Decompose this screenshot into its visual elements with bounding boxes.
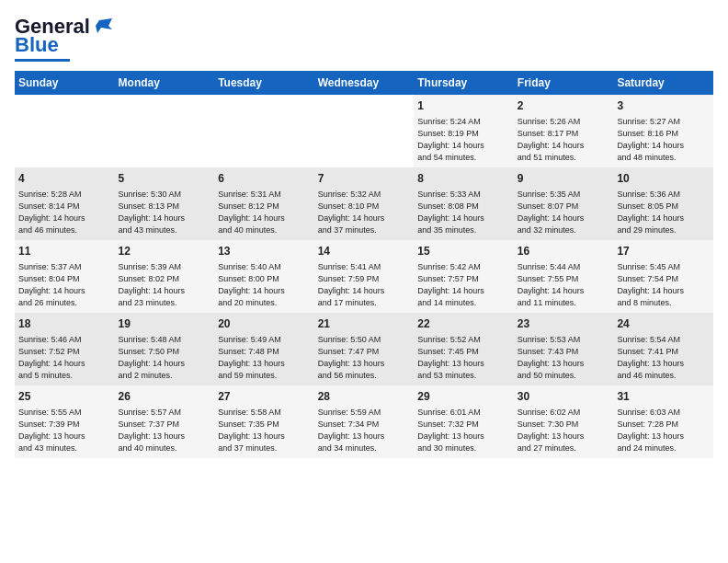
day-info: Sunrise: 6:01 AM Sunset: 7:32 PM Dayligh…	[417, 407, 510, 454]
header-tuesday: Tuesday	[214, 71, 314, 95]
day-number: 3	[617, 98, 710, 114]
page-header: General Blue	[15, 15, 713, 62]
day-number: 26	[119, 389, 211, 405]
calendar-cell: 22Sunrise: 5:52 AM Sunset: 7:45 PM Dayli…	[414, 313, 514, 385]
calendar-cell	[115, 95, 215, 167]
logo-bird-icon	[92, 17, 112, 37]
header-wednesday: Wednesday	[314, 71, 415, 95]
day-number: 27	[218, 389, 311, 405]
calendar-week-row: 1Sunrise: 5:24 AM Sunset: 8:19 PM Daylig…	[15, 95, 713, 167]
day-number: 22	[417, 316, 510, 332]
day-number: 18	[18, 316, 111, 332]
calendar-cell: 5Sunrise: 5:30 AM Sunset: 8:13 PM Daylig…	[115, 167, 215, 240]
calendar-week-row: 18Sunrise: 5:46 AM Sunset: 7:52 PM Dayli…	[15, 313, 713, 385]
calendar-cell	[214, 95, 314, 167]
day-info: Sunrise: 5:33 AM Sunset: 8:08 PM Dayligh…	[417, 189, 510, 236]
day-number: 25	[18, 389, 111, 405]
day-info: Sunrise: 5:54 AM Sunset: 7:41 PM Dayligh…	[617, 334, 710, 382]
day-number: 23	[518, 316, 610, 332]
calendar-cell: 18Sunrise: 5:46 AM Sunset: 7:52 PM Dayli…	[15, 313, 115, 385]
header-sunday: Sunday	[15, 71, 115, 95]
day-info: Sunrise: 5:35 AM Sunset: 8:07 PM Dayligh…	[518, 189, 610, 236]
day-info: Sunrise: 5:26 AM Sunset: 8:17 PM Dayligh…	[518, 116, 610, 164]
day-number: 15	[417, 244, 510, 259]
calendar-cell: 3Sunrise: 5:27 AM Sunset: 8:16 PM Daylig…	[613, 95, 713, 167]
calendar-cell: 21Sunrise: 5:50 AM Sunset: 7:47 PM Dayli…	[314, 313, 415, 385]
calendar-cell: 19Sunrise: 5:48 AM Sunset: 7:50 PM Dayli…	[115, 313, 215, 385]
day-info: Sunrise: 5:40 AM Sunset: 8:00 PM Dayligh…	[218, 261, 311, 309]
calendar-cell: 17Sunrise: 5:45 AM Sunset: 7:54 PM Dayli…	[613, 240, 713, 313]
calendar-cell: 20Sunrise: 5:49 AM Sunset: 7:48 PM Dayli…	[214, 313, 314, 385]
calendar-cell: 29Sunrise: 6:01 AM Sunset: 7:32 PM Dayli…	[414, 385, 514, 458]
calendar-cell: 8Sunrise: 5:33 AM Sunset: 8:08 PM Daylig…	[414, 167, 514, 240]
calendar-cell: 11Sunrise: 5:37 AM Sunset: 8:04 PM Dayli…	[15, 240, 115, 313]
calendar-cell	[15, 95, 115, 167]
day-info: Sunrise: 5:46 AM Sunset: 7:52 PM Dayligh…	[18, 334, 111, 382]
calendar-cell: 16Sunrise: 5:44 AM Sunset: 7:55 PM Dayli…	[514, 240, 614, 313]
day-info: Sunrise: 5:30 AM Sunset: 8:13 PM Dayligh…	[119, 189, 211, 236]
day-info: Sunrise: 5:52 AM Sunset: 7:45 PM Dayligh…	[417, 334, 510, 382]
day-number: 11	[18, 244, 111, 259]
calendar-cell: 30Sunrise: 6:02 AM Sunset: 7:30 PM Dayli…	[514, 385, 614, 458]
header-friday: Friday	[514, 71, 614, 95]
calendar-cell: 24Sunrise: 5:54 AM Sunset: 7:41 PM Dayli…	[613, 313, 713, 385]
svg-marker-0	[96, 18, 112, 33]
day-info: Sunrise: 5:53 AM Sunset: 7:43 PM Dayligh…	[518, 334, 610, 382]
header-monday: Monday	[115, 71, 215, 95]
calendar-cell: 27Sunrise: 5:58 AM Sunset: 7:35 PM Dayli…	[214, 385, 314, 458]
calendar-cell: 6Sunrise: 5:31 AM Sunset: 8:12 PM Daylig…	[214, 167, 314, 240]
day-info: Sunrise: 5:36 AM Sunset: 8:05 PM Dayligh…	[617, 189, 710, 236]
logo-underline	[15, 59, 70, 62]
header-thursday: Thursday	[414, 71, 514, 95]
day-number: 6	[218, 171, 311, 187]
calendar-header-row: SundayMondayTuesdayWednesdayThursdayFrid…	[15, 71, 713, 95]
day-number: 19	[119, 316, 211, 332]
calendar-cell: 26Sunrise: 5:57 AM Sunset: 7:37 PM Dayli…	[115, 385, 215, 458]
day-info: Sunrise: 5:42 AM Sunset: 7:57 PM Dayligh…	[417, 261, 510, 309]
day-info: Sunrise: 5:44 AM Sunset: 7:55 PM Dayligh…	[518, 261, 610, 309]
calendar-week-row: 11Sunrise: 5:37 AM Sunset: 8:04 PM Dayli…	[15, 240, 713, 313]
day-number: 20	[218, 316, 311, 332]
day-info: Sunrise: 5:41 AM Sunset: 7:59 PM Dayligh…	[318, 261, 411, 309]
day-number: 24	[617, 316, 710, 332]
calendar-cell: 1Sunrise: 5:24 AM Sunset: 8:19 PM Daylig…	[414, 95, 514, 167]
day-number: 29	[417, 389, 510, 405]
calendar-cell: 28Sunrise: 5:59 AM Sunset: 7:34 PM Dayli…	[314, 385, 415, 458]
day-number: 12	[119, 244, 211, 259]
day-number: 14	[318, 244, 411, 259]
day-info: Sunrise: 5:55 AM Sunset: 7:39 PM Dayligh…	[18, 407, 111, 454]
calendar-cell: 12Sunrise: 5:39 AM Sunset: 8:02 PM Dayli…	[115, 240, 215, 313]
calendar-cell: 4Sunrise: 5:28 AM Sunset: 8:14 PM Daylig…	[15, 167, 115, 240]
calendar-week-row: 25Sunrise: 5:55 AM Sunset: 7:39 PM Dayli…	[15, 385, 713, 458]
day-number: 13	[218, 244, 311, 259]
day-info: Sunrise: 5:32 AM Sunset: 8:10 PM Dayligh…	[318, 189, 411, 236]
day-info: Sunrise: 5:50 AM Sunset: 7:47 PM Dayligh…	[318, 334, 411, 382]
day-info: Sunrise: 5:45 AM Sunset: 7:54 PM Dayligh…	[617, 261, 710, 309]
day-info: Sunrise: 5:59 AM Sunset: 7:34 PM Dayligh…	[318, 407, 411, 454]
day-info: Sunrise: 6:02 AM Sunset: 7:30 PM Dayligh…	[518, 407, 610, 454]
day-number: 16	[518, 244, 610, 259]
calendar-table: SundayMondayTuesdayWednesdayThursdayFrid…	[15, 71, 713, 458]
calendar-cell	[314, 95, 415, 167]
day-number: 5	[119, 171, 211, 187]
calendar-cell: 15Sunrise: 5:42 AM Sunset: 7:57 PM Dayli…	[414, 240, 514, 313]
day-number: 17	[617, 244, 710, 259]
day-info: Sunrise: 5:31 AM Sunset: 8:12 PM Dayligh…	[218, 189, 311, 236]
calendar-cell: 10Sunrise: 5:36 AM Sunset: 8:05 PM Dayli…	[613, 167, 713, 240]
day-info: Sunrise: 5:37 AM Sunset: 8:04 PM Dayligh…	[18, 261, 111, 309]
calendar-cell: 9Sunrise: 5:35 AM Sunset: 8:07 PM Daylig…	[514, 167, 614, 240]
day-info: Sunrise: 5:49 AM Sunset: 7:48 PM Dayligh…	[218, 334, 311, 382]
calendar-cell: 14Sunrise: 5:41 AM Sunset: 7:59 PM Dayli…	[314, 240, 415, 313]
day-number: 8	[417, 171, 510, 187]
day-info: Sunrise: 5:48 AM Sunset: 7:50 PM Dayligh…	[119, 334, 211, 382]
day-number: 4	[18, 171, 111, 187]
calendar-cell: 7Sunrise: 5:32 AM Sunset: 8:10 PM Daylig…	[314, 167, 415, 240]
day-info: Sunrise: 5:58 AM Sunset: 7:35 PM Dayligh…	[218, 407, 311, 454]
logo-blue: Blue	[15, 33, 59, 57]
day-number: 28	[318, 389, 411, 405]
day-info: Sunrise: 5:57 AM Sunset: 7:37 PM Dayligh…	[119, 407, 211, 454]
day-info: Sunrise: 5:28 AM Sunset: 8:14 PM Dayligh…	[18, 189, 111, 236]
calendar-cell: 25Sunrise: 5:55 AM Sunset: 7:39 PM Dayli…	[15, 385, 115, 458]
day-info: Sunrise: 5:24 AM Sunset: 8:19 PM Dayligh…	[417, 116, 510, 164]
day-number: 10	[617, 171, 710, 187]
